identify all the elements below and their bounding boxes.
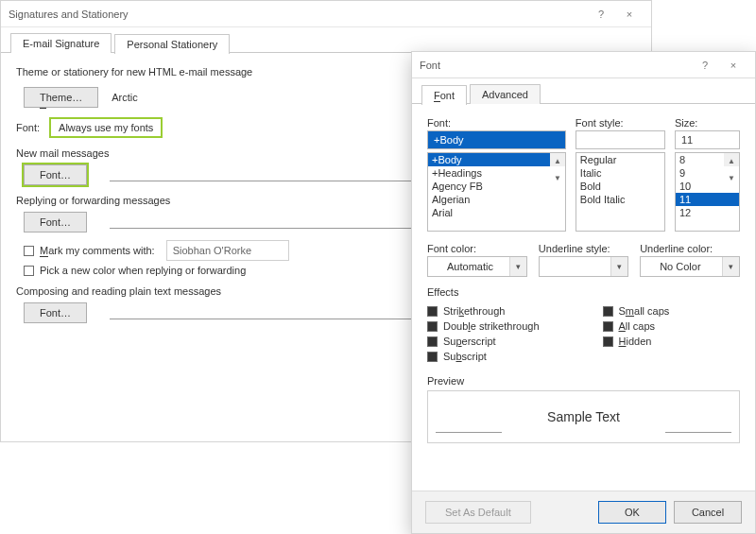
set-default-button: Set As Default	[425, 501, 531, 524]
small-caps-checkbox[interactable]	[603, 306, 613, 317]
font-style-list[interactable]: Regular Italic Bold Bold Italic	[576, 152, 665, 232]
font-list-label: Font:	[427, 117, 566, 129]
mark-comments-input[interactable]: Siobhan O'Rorke	[166, 240, 289, 261]
cancel-button[interactable]: Cancel	[674, 501, 742, 524]
font-option-agency[interactable]: Agency FB	[428, 180, 565, 193]
font-size-input[interactable]: 11	[675, 130, 740, 149]
font-preview: Sample Text	[427, 390, 740, 443]
superscript-label: Superscript	[443, 336, 496, 347]
chevron-down-icon: ▾	[610, 257, 627, 276]
style-option-italic[interactable]: Italic	[576, 166, 664, 180]
font-color-dropdown[interactable]: Automatic▾	[427, 256, 527, 277]
pick-color-label: Pick a new color when replying or forwar…	[40, 265, 246, 276]
new-mail-font-button[interactable]: Font…	[24, 164, 87, 185]
size-list-scrollbar[interactable]: ▲▼	[724, 153, 739, 166]
preview-text: Sample Text	[547, 409, 620, 424]
strikethrough-label: Strikethrough	[443, 305, 505, 317]
font-option-body[interactable]: +Body	[428, 153, 565, 166]
underline-style-label: Underline style:	[539, 243, 628, 254]
subscript-label: Subscript	[443, 351, 487, 362]
chevron-down-icon: ▾	[722, 257, 739, 276]
help-icon[interactable]: ?	[587, 1, 615, 27]
style-option-bold[interactable]: Bold	[576, 180, 664, 193]
size-option-12[interactable]: 12	[676, 206, 739, 219]
mark-comments-checkbox[interactable]	[24, 246, 34, 256]
font-option-arial[interactable]: Arial	[428, 206, 565, 219]
strikethrough-checkbox[interactable]	[427, 306, 438, 317]
font-option-headings[interactable]: +Headings	[428, 166, 565, 180]
font-dialog-footer: Set As Default OK Cancel	[412, 491, 755, 533]
plain-font-button[interactable]: Font…	[24, 302, 87, 323]
underline-style-dropdown[interactable]: ▾	[539, 256, 628, 277]
font-color-label: Font color:	[427, 243, 527, 254]
superscript-checkbox[interactable]	[427, 336, 438, 347]
font-help-icon[interactable]: ?	[691, 52, 719, 78]
font-titlebar: Font ? ×	[412, 52, 755, 78]
font-title: Font	[420, 52, 691, 78]
font-style-input[interactable]	[576, 130, 665, 149]
underline-color-dropdown[interactable]: No Color▾	[640, 256, 740, 277]
style-option-bolditalic[interactable]: Bold Italic	[576, 193, 664, 206]
tab-advanced[interactable]: Advanced	[470, 84, 541, 104]
mark-comments-label: Mark my comments with:	[40, 245, 155, 256]
underline-color-label: Underline color:	[640, 243, 740, 254]
effects-label: Effects	[427, 286, 740, 298]
double-strikethrough-checkbox[interactable]	[427, 321, 438, 332]
signatures-tabs: E-mail Signature Personal Stationery	[1, 27, 651, 53]
signatures-titlebar: Signatures and Stationery ? ×	[1, 1, 651, 27]
font-list[interactable]: +Body +Headings Agency FB Algerian Arial…	[427, 152, 566, 232]
tab-personal-stationery[interactable]: Personal Stationery	[114, 34, 230, 54]
font-name-input[interactable]: +Body	[427, 130, 566, 149]
tab-email-signature[interactable]: E-mail Signature	[10, 33, 112, 53]
font-mode-dropdown[interactable]: Always use my fonts	[49, 117, 163, 138]
preview-label: Preview	[427, 375, 740, 387]
all-caps-label: All caps	[619, 320, 656, 332]
signatures-title: Signatures and Stationery	[9, 1, 587, 27]
tab-font[interactable]: Font	[421, 85, 467, 105]
font-close-icon[interactable]: ×	[719, 52, 747, 78]
font-list-scrollbar[interactable]: ▲▼	[550, 153, 565, 166]
font-style-label: Font style:	[576, 117, 665, 129]
all-caps-checkbox[interactable]	[603, 321, 613, 332]
style-option-regular[interactable]: Regular	[576, 153, 664, 166]
theme-button[interactable]: Theme…	[24, 87, 98, 108]
subscript-checkbox[interactable]	[427, 352, 438, 362]
small-caps-label: Small caps	[619, 305, 670, 317]
size-option-11[interactable]: 11	[676, 193, 739, 206]
double-strikethrough-label: Double strikethrough	[443, 320, 540, 332]
pick-color-checkbox[interactable]	[24, 266, 34, 276]
font-dialog: Font ? × Font Advanced Font: +Body +Body…	[411, 51, 756, 534]
font-size-label: Size:	[675, 117, 740, 129]
reply-font-button[interactable]: Font…	[24, 212, 87, 233]
hidden-label: Hidden	[619, 336, 652, 347]
font-tabs: Font Advanced	[412, 78, 755, 104]
theme-value: Arctic	[112, 92, 138, 103]
chevron-down-icon: ▾	[509, 257, 526, 276]
font-size-list[interactable]: 8 9 10 11 12 ▲▼	[675, 152, 740, 232]
font-option-algerian[interactable]: Algerian	[428, 193, 565, 206]
ok-button[interactable]: OK	[598, 501, 666, 524]
font-mode-label: Font:	[16, 122, 40, 133]
hidden-checkbox[interactable]	[603, 336, 613, 347]
close-icon[interactable]: ×	[615, 1, 644, 27]
